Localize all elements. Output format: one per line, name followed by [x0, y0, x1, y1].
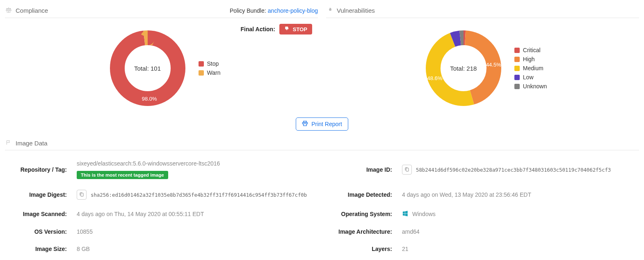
compliance-panel: Compliance Policy Bundle: anchore-policy…: [5, 4, 318, 116]
legend-item-high: High: [514, 56, 547, 62]
legend-label-warn: Warn: [207, 69, 221, 76]
label-scanned: Image Scanned:: [5, 211, 77, 217]
row-os: Operating System: Windows: [330, 210, 639, 218]
legend-label-high: High: [523, 56, 535, 62]
legend-label-unknown: Unknown: [523, 83, 547, 90]
final-action-label: Final Action:: [241, 26, 275, 32]
row-detected: Image Detected: 4 days ago on Wed, 13 Ma…: [330, 190, 639, 200]
value-size: 8 GB: [77, 246, 90, 252]
svg-rect-8: [304, 124, 307, 126]
label-arch: Image Architecture:: [330, 228, 402, 235]
row-repo-tag: Repository / Tag: sixeyed/elasticsearch:…: [5, 160, 314, 179]
image-data-header: Image Data: [5, 136, 639, 150]
print-report-label: Print Report: [311, 121, 342, 127]
label-layers: Layers:: [330, 246, 402, 252]
row-layers: Layers: 21: [330, 246, 639, 252]
compliance-legend: Stop Warn: [199, 60, 221, 76]
policy-bundle-label: Policy Bundle:: [230, 7, 266, 14]
label-osver: OS Version:: [5, 228, 77, 235]
legend-item-low: Low: [514, 74, 547, 81]
compliance-donut: Total: 101 98.0%: [103, 23, 193, 113]
label-size: Image Size:: [5, 246, 77, 252]
label-detected: Image Detected:: [330, 191, 402, 198]
svg-point-0: [117, 38, 178, 99]
copy-digest-button[interactable]: [77, 190, 87, 200]
vulnerabilities-chart-area: Total: 218 44.5%48.6% Critical High Medi…: [326, 18, 639, 116]
print-report-button[interactable]: Print Report: [296, 117, 348, 131]
flame-icon: [326, 7, 333, 14]
flag-icon: [5, 140, 12, 147]
legend-label-critical: Critical: [523, 47, 541, 53]
value-digest: sha256:ed16d01462a32f1035e8b7d365fe4b32f…: [91, 192, 307, 198]
legend-item-unknown: Unknown: [514, 83, 547, 90]
row-image-id: Image ID: 58b2441d6df596c02e20be328a971c…: [330, 160, 639, 179]
swatch-stop: [199, 61, 204, 67]
policy-bundle-link[interactable]: anchore-policy-blog: [268, 7, 318, 14]
swatch-low: [514, 75, 520, 80]
swatch-medium: [514, 66, 520, 71]
copy-image-id-button[interactable]: [402, 165, 412, 175]
swatch-critical: [514, 48, 520, 53]
scale-icon: [5, 7, 12, 14]
value-detected: 4 days ago on Wed, 13 May 2020 at 23:56:…: [402, 191, 531, 198]
value-arch: amd64: [402, 228, 420, 235]
swatch-unknown: [514, 84, 520, 89]
label-os: Operating System:: [330, 211, 402, 217]
compliance-title: Compliance: [16, 7, 48, 14]
row-scanned: Image Scanned: 4 days ago on Thu, 14 May…: [5, 210, 314, 218]
printer-icon: [302, 120, 308, 128]
legend-label-low: Low: [523, 74, 534, 81]
vulnerabilities-donut: Total: 218 44.5%48.6%: [418, 23, 509, 113]
thumbs-down-icon: [284, 26, 290, 32]
legend-item-critical: Critical: [514, 47, 547, 53]
row-size: Image Size: 8 GB: [5, 246, 314, 252]
value-layers: 21: [402, 246, 409, 252]
image-data-title: Image Data: [16, 140, 48, 147]
legend-item-stop: Stop: [199, 60, 221, 67]
value-image-id: 58b2441d6df596c02e20be328a971cec3bb7f348…: [416, 167, 611, 173]
vulnerabilities-header: Vulnerabilities: [326, 4, 639, 18]
label-digest: Image Digest:: [5, 191, 77, 198]
value-osver: 10855: [77, 228, 93, 235]
most-recent-badge: This is the most recent tagged image: [77, 171, 168, 179]
compliance-header: Compliance Policy Bundle: anchore-policy…: [5, 4, 318, 18]
legend-label-medium: Medium: [523, 65, 544, 71]
vulnerabilities-panel: Vulnerabilities Total: 218 44.5%48.6% Cr…: [326, 4, 639, 116]
legend-item-warn: Warn: [199, 69, 221, 76]
vulnerabilities-legend: Critical High Medium Low Unknown: [514, 47, 547, 90]
svg-rect-9: [406, 168, 409, 171]
row-digest: Image Digest: sha256:ed16d01462a32f1035e…: [5, 190, 314, 200]
final-action-badge: STOP: [279, 24, 312, 35]
legend-item-medium: Medium: [514, 65, 547, 71]
swatch-high: [514, 57, 520, 62]
row-arch: Image Architecture: amd64: [330, 228, 639, 235]
label-image-id: Image ID:: [330, 166, 402, 173]
swatch-warn: [199, 70, 204, 76]
image-data-grid: Repository / Tag: sixeyed/elasticsearch:…: [5, 150, 639, 260]
label-repo-tag: Repository / Tag:: [5, 166, 77, 173]
svg-rect-10: [81, 193, 83, 196]
final-action: Final Action: STOP: [241, 24, 312, 35]
value-os: Windows: [412, 211, 436, 217]
vulnerabilities-title: Vulnerabilities: [337, 7, 375, 14]
value-scanned: 4 days ago on Thu, 14 May 2020 at 00:55:…: [77, 211, 204, 217]
legend-label-stop: Stop: [207, 60, 219, 67]
compliance-chart-area: Final Action: STOP Total: 101 98.0% Stop: [5, 18, 318, 116]
value-repo-tag: sixeyed/elasticsearch:5.6.0-windowsserve…: [77, 160, 220, 167]
windows-icon: [402, 210, 408, 218]
row-osver: OS Version: 10855: [5, 228, 314, 235]
final-action-value: STOP: [293, 26, 307, 32]
